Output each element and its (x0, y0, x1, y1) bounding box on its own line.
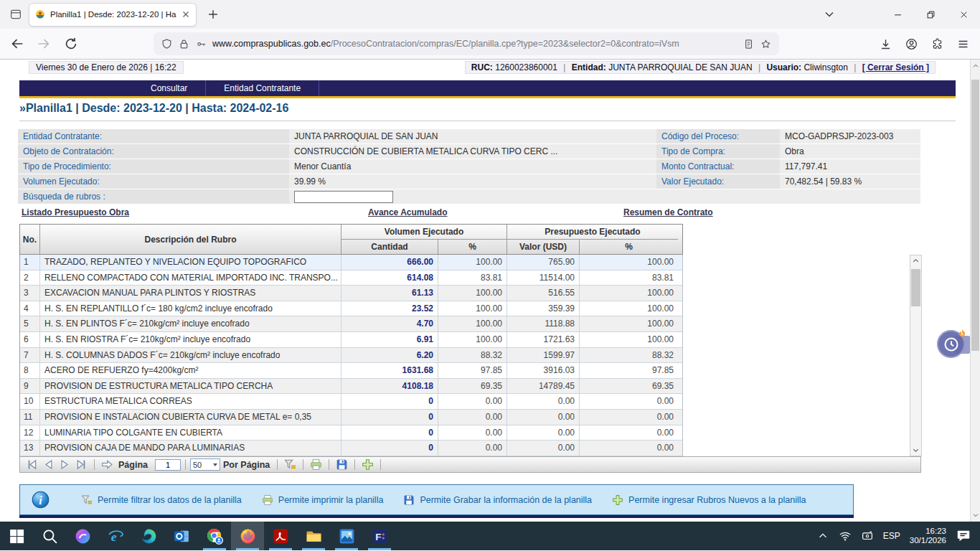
info-row-search: Búsqueda de rubros : (18, 189, 920, 204)
cell-no: 6 (20, 332, 39, 347)
start-icon[interactable] (0, 522, 33, 550)
page-number-input[interactable] (155, 459, 181, 471)
per-page-select[interactable]: 50 (190, 458, 220, 471)
table-row[interactable]: 13PROVISION CAJA DE MANDO PARA LUMINARIA… (20, 441, 682, 456)
chrome-icon[interactable] (198, 522, 231, 550)
table-row[interactable]: 6H. S. EN RIOSTRA F´c= 210kg/cm² incluye… (20, 332, 682, 348)
firefox-icon[interactable] (231, 522, 264, 550)
explorer-icon[interactable] (297, 522, 330, 550)
rubros-search-input[interactable] (294, 191, 393, 203)
table-row[interactable]: 9PROVISION DE ESTRUCTURA METALICA TIPO C… (20, 379, 682, 395)
table-row[interactable]: 7H. S. COLUMNAS DADOS F´c= 210kg/cm² inc… (20, 348, 682, 364)
close-tab-icon[interactable] (181, 9, 191, 19)
system-tray: ESP 16:23 30/1/2026 (816, 522, 980, 550)
table-row[interactable]: 5H. S. EN PLINTOS F´c= 210kg/cm² incluye… (20, 316, 682, 332)
save-icon[interactable] (335, 458, 349, 471)
minimize-button[interactable] (881, 0, 914, 29)
back-icon[interactable] (9, 36, 25, 52)
page-scroll-up-icon[interactable] (971, 61, 980, 71)
forward-icon[interactable] (36, 36, 52, 52)
table-scroll-down-icon[interactable] (910, 445, 921, 456)
cell-cantidad: 0 (341, 410, 438, 425)
photos-icon[interactable] (330, 522, 363, 550)
page-scrollbar-thumb[interactable] (971, 80, 979, 351)
table-scrollbar-thumb[interactable] (911, 269, 920, 306)
table-row[interactable]: 10ESTRUCTURA METALICA CORREAS00.000.000.… (20, 394, 682, 410)
table-row[interactable]: 8ACERO DE REFUERZO fy=4200kg/cm²1631.689… (20, 363, 682, 379)
restore-button[interactable] (914, 0, 947, 29)
ruc-value: 1260023860001 (495, 62, 557, 72)
cell-no: 12 (20, 425, 39, 441)
nav-item-consultar[interactable]: Consultar (133, 80, 206, 96)
address-bar[interactable]: www.compraspublicas.gob.ec/ProcesoContra… (154, 32, 779, 55)
shield-icon[interactable] (161, 38, 173, 50)
cell-no: 5 (20, 316, 39, 331)
close-window-button[interactable] (947, 0, 980, 29)
table-row[interactable]: 12LUMINARIA TIPO COLGANTE EN CUBIERTA00.… (20, 425, 682, 441)
ie-icon[interactable]: e (99, 522, 132, 550)
browser-tab[interactable]: Planilla1 | Desde: 2023-12-20 | Hasta: 2… (29, 4, 196, 26)
table-row[interactable]: 1TRAZADO, REPLANTEO Y NIVELACION EQUIPO … (20, 255, 682, 270)
process-info-grid: Entidad Contratante: JUNTA PARROQUIAL DE… (18, 129, 920, 204)
acrobat-icon[interactable] (264, 522, 297, 550)
account-icon[interactable] (905, 37, 918, 51)
cell-descripcion: ESTRUCTURA METALICA CORREAS (39, 394, 341, 409)
wifi-icon[interactable] (839, 529, 852, 542)
lock-icon[interactable] (178, 38, 190, 50)
table-row[interactable]: 3EXCAVACION MANUAL PARA PLINTOS Y RIOSTR… (20, 286, 682, 301)
last-page-icon[interactable] (75, 458, 88, 471)
link-listado-presupuesto-obra[interactable]: Listado Presupuesto Obra (22, 207, 129, 217)
cell-valor-usd: 0.00 (507, 425, 579, 441)
download-icon[interactable] (879, 37, 892, 51)
search-icon[interactable] (33, 522, 66, 550)
info-row: Entidad Contratante: JUNTA PARROQUIAL DE… (18, 129, 920, 143)
language-indicator[interactable]: ESP (883, 531, 900, 541)
bookmark-star-icon[interactable] (760, 38, 772, 50)
table-row[interactable]: 2RELLENO COMPACTADO CON MATERIAL IMPORTA… (20, 270, 682, 286)
table-scrollbar[interactable] (910, 255, 922, 456)
prev-page-icon[interactable] (42, 458, 55, 471)
filter-icon[interactable] (283, 458, 297, 471)
table-row[interactable]: 11PROVISION E INSTALACION CUBIERTA CURVA… (20, 410, 682, 425)
link-resumen-de-contrato[interactable]: Resumen de Contrato (623, 207, 713, 217)
timer-widget-button[interactable] (937, 330, 965, 358)
info-row: Tipo de Procedimiento: Menor Cuantía Mon… (18, 159, 920, 174)
print-icon[interactable] (309, 458, 323, 471)
menu-icon[interactable] (956, 37, 970, 51)
cell-no: 9 (20, 379, 39, 394)
link-avance-acumulado[interactable]: Avance Acumulado (368, 207, 447, 217)
reader-mode-icon[interactable] (743, 38, 755, 50)
site-favicon-icon (34, 9, 46, 20)
next-page-icon[interactable] (58, 458, 72, 471)
firefox-view-icon[interactable] (6, 5, 25, 24)
cell-descripcion: PROVISION E INSTALACION CUBIERTA CURVA D… (39, 410, 341, 425)
new-tab-icon[interactable] (206, 7, 220, 22)
first-page-icon[interactable] (25, 458, 39, 471)
reload-icon[interactable] (63, 36, 79, 52)
tray-chevron-up-icon[interactable] (816, 529, 829, 542)
cell-cantidad: 0 (341, 394, 438, 409)
extensions-icon[interactable] (930, 37, 944, 51)
copilot-icon[interactable] (66, 522, 99, 550)
table-row[interactable]: 4H. S. EN REPLANTILLO f´c= 180 kg/cm2 in… (20, 301, 682, 317)
outlook-icon[interactable] (165, 522, 198, 550)
page-content: Viernes 30 de Enero de 2026 | 16:22 RUC:… (0, 60, 980, 522)
notification-icon[interactable] (956, 528, 971, 544)
cast-icon[interactable] (861, 529, 874, 542)
nav-item-entidad-contratante[interactable]: Entidad Contratante (206, 80, 319, 96)
add-row-icon[interactable] (361, 458, 374, 471)
edge-icon[interactable] (132, 522, 165, 550)
help-item: Permite filtrar los datos de la planilla (80, 494, 242, 507)
add-row-icon (611, 494, 624, 507)
fsc-app-icon[interactable]: F (363, 522, 396, 550)
taskbar-clock[interactable]: 16:23 30/1/2026 (910, 527, 946, 545)
page-scrollbar[interactable] (970, 60, 980, 522)
tabs-list-chevron-icon[interactable] (822, 7, 837, 22)
goto-page-icon[interactable] (100, 458, 114, 471)
table-scroll-up-icon[interactable] (910, 255, 921, 266)
windows-taskbar: eF ESP 16:23 30/1/2026 (0, 522, 980, 550)
logout-link[interactable]: [ Cerrar Sesión ] (862, 62, 929, 72)
page-scroll-down-icon[interactable] (971, 510, 980, 520)
permissions-icon[interactable] (195, 38, 207, 50)
cell-presupuesto-pct: 69.35 (579, 379, 678, 394)
